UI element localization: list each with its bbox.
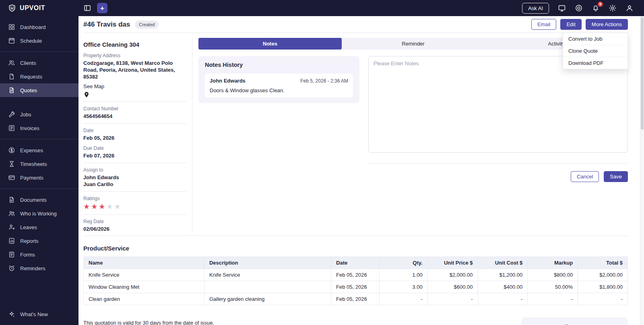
sidebar-item-documents[interactable]: Documents: [0, 193, 78, 207]
table-cell: $600.00: [427, 281, 478, 293]
cancel-button[interactable]: Cancel: [571, 171, 599, 182]
support-target-button[interactable]: [575, 4, 583, 12]
table-cell: -: [478, 293, 528, 305]
note-text: Doors & Window glasses Clean.: [210, 87, 348, 93]
sidebar-item-invoices[interactable]: Invoices: [0, 121, 78, 135]
see-map-link[interactable]: See Map: [83, 83, 186, 89]
sidebar-item-quotes[interactable]: Quotes: [0, 83, 78, 97]
sidebar-item-label: Timesheets: [20, 161, 47, 167]
scrollbar-thumb[interactable]: [641, 17, 644, 130]
sidebar-item-reminders[interactable]: Reminders: [0, 261, 78, 275]
section-divider: [83, 123, 186, 124]
map-pin-icon[interactable]: [83, 91, 90, 98]
table-row: Knife Service Knife Service Feb 05, 2026…: [84, 269, 628, 281]
contact-number: 4564564654: [83, 113, 186, 120]
sidebar-item-reports[interactable]: Reports: [0, 234, 78, 248]
settings-button[interactable]: [609, 4, 617, 12]
star-empty-icon[interactable]: ★: [106, 203, 114, 211]
assignee-name: John Edwards: [83, 174, 186, 181]
save-button[interactable]: Save: [604, 171, 628, 182]
section-divider: [83, 214, 186, 215]
table-cell: $400.00: [478, 281, 528, 293]
sidebar-toggle-button[interactable]: [83, 4, 91, 12]
clients-icon: [8, 59, 15, 66]
table-cell: Window Cleaning Met: [84, 281, 204, 293]
assign-to-label: Assign to: [83, 167, 186, 173]
sidebar-item-schedule[interactable]: Schedule: [0, 34, 78, 48]
sidebar-item-label: Reports: [20, 238, 39, 244]
sidebar-item-forms[interactable]: Forms: [0, 248, 78, 261]
notes-input[interactable]: [368, 56, 628, 153]
table-cell: -: [379, 293, 427, 305]
sidebar-toggle-icon: [83, 4, 91, 12]
quote-details-panel: Office Cleaning 304 Property Address Cod…: [83, 38, 186, 232]
sidebar-item-label: Payments: [20, 175, 43, 181]
vertical-divider: [192, 38, 192, 232]
table-header-cell: Name: [84, 257, 204, 269]
tab-reminder[interactable]: Reminder: [342, 38, 485, 50]
table-cell: Knife Service: [84, 269, 204, 281]
payments-icon: [8, 174, 15, 181]
brand-shield-icon: [8, 4, 16, 12]
table-cell: Clean garden: [84, 293, 204, 305]
plus-icon: +: [100, 5, 104, 12]
topbar: UPVOIT + Ask AI: [0, 0, 644, 16]
page-header: #46 Travis das Created Email Edit More A…: [83, 16, 628, 33]
table-header-cell: Unit Price $: [427, 257, 478, 269]
sidebar-item-label: Quotes: [20, 87, 37, 93]
account-button[interactable]: [625, 4, 634, 12]
sidebar-item-whats-new[interactable]: What's New: [0, 307, 78, 321]
assignee-name: Juan Carillo: [83, 181, 186, 188]
notifications-button[interactable]: 9: [592, 4, 600, 12]
more-actions-button[interactable]: More Actions: [586, 19, 628, 30]
table-cell: 50.00%: [528, 281, 578, 293]
sidebar-item-expenses[interactable]: Expenses: [0, 143, 78, 157]
table-cell: 1.00: [379, 269, 427, 281]
main-content: #46 Travis das Created Email Edit More A…: [78, 16, 644, 325]
sidebar-item-label: Reminders: [20, 265, 45, 271]
sidebar-item-requests[interactable]: Requests: [0, 70, 78, 83]
date-label: Date: [83, 128, 186, 133]
star-filled-icon[interactable]: ★: [99, 203, 106, 211]
table-cell: [204, 281, 331, 293]
table-cell: $2,000.00: [427, 269, 478, 281]
reports-icon: [8, 237, 15, 244]
sidebar-item-clients[interactable]: Clients: [0, 56, 78, 70]
sidebar-item-who-is-working[interactable]: Who is Working: [0, 207, 78, 220]
edit-button[interactable]: Edit: [560, 19, 581, 30]
more-actions-menu: Convert to Job Clone Quote Download PDF: [563, 33, 628, 69]
ask-ai-button[interactable]: Ask AI: [522, 3, 549, 14]
table-cell: $1,800.00: [578, 281, 628, 293]
table-cell: Feb 05, 2026: [331, 281, 380, 293]
create-new-button[interactable]: +: [97, 3, 107, 13]
editor-divider: [368, 163, 628, 164]
forms-icon: [8, 251, 15, 258]
screen-share-button[interactable]: [558, 4, 566, 12]
sidebar-item-dashboard[interactable]: Dashboard: [0, 20, 78, 34]
table-header-cell: Description: [204, 257, 331, 269]
star-filled-icon[interactable]: ★: [91, 203, 99, 211]
sidebar-item-label: Jobs: [20, 112, 31, 118]
sidebar-item-payments[interactable]: Payments: [0, 171, 78, 184]
table-cell: $800.00: [528, 269, 578, 281]
sidebar-item-leaves[interactable]: Leaves: [0, 220, 78, 234]
star-empty-icon[interactable]: ★: [114, 203, 122, 211]
tab-notes[interactable]: Notes: [198, 38, 342, 50]
invoices-icon: [8, 124, 15, 132]
table-cell: $1,200.00: [478, 269, 528, 281]
email-button[interactable]: Email: [531, 19, 557, 30]
notes-history-title: Notes History: [205, 62, 353, 68]
menu-item-download-pdf[interactable]: Download PDF: [563, 57, 627, 69]
documents-icon: [8, 196, 15, 203]
scrollbar-track[interactable]: [640, 16, 644, 325]
products-table: Name Description Date Qty. Unit Price $ …: [83, 257, 628, 305]
sidebar-item-jobs[interactable]: Jobs: [0, 108, 78, 121]
requests-icon: [8, 73, 15, 80]
sidebar-item-timesheets[interactable]: Timesheets: [0, 157, 78, 171]
menu-item-clone-quote[interactable]: Clone Quote: [563, 45, 627, 57]
sidebar-item-label: What's New: [20, 311, 48, 317]
section-divider: [83, 236, 628, 236]
menu-item-convert-to-job[interactable]: Convert to Job: [563, 33, 627, 45]
table-cell: Gallery garden cleaning: [204, 293, 331, 305]
star-filled-icon[interactable]: ★: [83, 203, 91, 211]
